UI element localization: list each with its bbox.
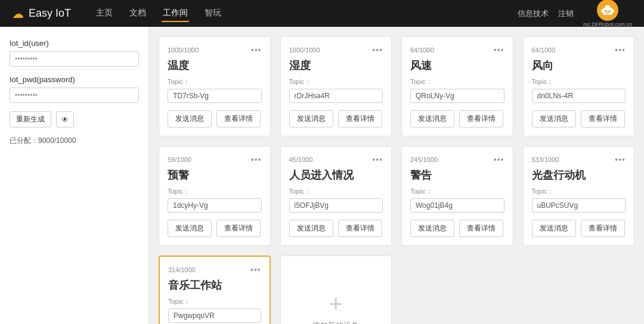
sidebar-actions: 重新生成 👁	[10, 111, 139, 127]
device-card: 64/1000 ••• 风速 Topic： 发送消息 查看详情	[401, 36, 513, 136]
card-actions: 发送消息 查看详情	[410, 110, 504, 127]
df-robot-icon	[597, 0, 618, 21]
card-title: 温度	[168, 58, 262, 73]
card-quota: 1000/1000	[168, 46, 199, 54]
card-topic-input[interactable]	[168, 309, 261, 323]
add-label: 添加新的设备	[312, 320, 359, 325]
card-header: 1000/1000 •••	[289, 45, 383, 55]
card-quota: 533/1000	[532, 156, 559, 163]
send-message-button[interactable]: 发送消息	[289, 110, 333, 127]
card-title: 风速	[410, 58, 504, 73]
iot-pwd-label: Iot_pwd(password)	[10, 75, 139, 84]
add-icon: +	[329, 292, 343, 316]
svg-rect-0	[603, 8, 612, 15]
card-quota: 1000/1000	[289, 46, 320, 54]
eye-button[interactable]: 👁	[56, 111, 74, 127]
card-actions: 发送消息 查看详情	[410, 220, 504, 237]
card-topic-label: Topic：	[168, 187, 262, 196]
card-title: 风向	[532, 58, 626, 73]
send-message-button[interactable]: 发送消息	[168, 110, 212, 127]
sidebar: Iot_id(user) Iot_pwd(password) 重新生成 👁 已分…	[0, 27, 149, 324]
device-card: 45/1000 ••• 人员进入情况 Topic： 发送消息 查看详情	[280, 146, 392, 246]
card-actions: 发送消息 查看详情	[532, 110, 626, 127]
nav-item-文档[interactable]: 文档	[128, 5, 147, 22]
card-header: 245/1000 •••	[410, 155, 504, 164]
df-logo: mc.DFRobot.com.cn	[583, 0, 632, 27]
device-card: 64/1000 ••• 风向 Topic： 发送消息 查看详情	[523, 36, 635, 136]
view-detail-button[interactable]: 查看详情	[216, 110, 261, 127]
card-topic-input[interactable]	[168, 198, 262, 213]
card-more-button[interactable]: •••	[251, 155, 262, 164]
view-detail-button[interactable]: 查看详情	[459, 110, 503, 127]
cards-grid: 1000/1000 ••• 温度 Topic： 发送消息 查看详情 1000/1…	[159, 36, 634, 324]
view-detail-button[interactable]: 查看详情	[216, 220, 261, 237]
card-title: 警告	[410, 168, 504, 182]
card-actions: 发送消息 查看详情	[289, 220, 383, 237]
view-detail-button[interactable]: 查看详情	[338, 220, 382, 237]
card-topic-input[interactable]	[410, 198, 504, 213]
card-quota: 64/1000	[532, 46, 556, 54]
card-topic-input[interactable]	[532, 198, 626, 213]
card-more-button[interactable]: •••	[372, 155, 383, 164]
add-device-card[interactable]: + 添加新的设备	[280, 256, 392, 324]
card-topic-input[interactable]	[168, 89, 262, 103]
send-message-button[interactable]: 发送消息	[289, 220, 333, 237]
card-more-button[interactable]: •••	[250, 265, 261, 275]
nav-item-工作间[interactable]: 工作间	[162, 5, 189, 22]
device-card: 1000/1000 ••• 湿度 Topic： 发送消息 查看详情	[280, 36, 392, 136]
card-actions: 发送消息 查看详情	[168, 220, 262, 237]
view-detail-button[interactable]: 查看详情	[459, 220, 503, 237]
send-message-button[interactable]: 发送消息	[410, 110, 454, 127]
card-title: 湿度	[289, 58, 383, 73]
card-more-button[interactable]: •••	[494, 45, 504, 55]
nav-item-智玩[interactable]: 智玩	[203, 5, 222, 22]
iot-id-label: Iot_id(user)	[10, 39, 139, 48]
card-title: 音乐工作站	[168, 278, 261, 292]
send-message-button[interactable]: 发送消息	[410, 220, 454, 237]
send-message-button[interactable]: 发送消息	[532, 110, 576, 127]
card-more-button[interactable]: •••	[615, 45, 626, 55]
device-card: 59/1000 ••• 预警 Topic： 发送消息 查看详情	[159, 146, 271, 246]
logo-text: Easy IoT	[29, 7, 71, 20]
card-header: 533/1000 •••	[532, 155, 626, 164]
svg-rect-1	[605, 5, 610, 8]
logo: ☁ Easy IoT	[12, 7, 71, 21]
card-quota: 59/1000	[168, 156, 191, 163]
iot-id-input[interactable]	[10, 51, 139, 67]
card-header: 45/1000 •••	[289, 155, 383, 164]
nav-item-主页[interactable]: 主页	[95, 5, 114, 22]
card-actions: 发送消息 查看详情	[532, 220, 626, 237]
info-link[interactable]: 信息技术	[518, 8, 549, 19]
card-topic-label: Topic：	[289, 77, 383, 86]
card-actions: 发送消息 查看详情	[289, 110, 383, 127]
card-topic-input[interactable]	[532, 89, 626, 103]
card-header: 64/1000 •••	[532, 45, 626, 55]
card-header: 64/1000 •••	[410, 45, 504, 55]
card-more-button[interactable]: •••	[615, 155, 626, 164]
device-card: 314/1000 ••• 音乐工作站 Topic： 发送消息 查看详情	[159, 256, 271, 324]
view-detail-button[interactable]: 查看详情	[581, 110, 625, 127]
view-detail-button[interactable]: 查看详情	[338, 110, 382, 127]
card-more-button[interactable]: •••	[372, 45, 383, 55]
card-header: 59/1000 •••	[168, 155, 262, 164]
card-more-button[interactable]: •••	[494, 155, 504, 164]
iot-pwd-input[interactable]	[10, 88, 139, 103]
card-header: 314/1000 •••	[168, 265, 261, 275]
device-card: 1000/1000 ••• 温度 Topic： 发送消息 查看详情	[159, 36, 271, 136]
regen-button[interactable]: 重新生成	[10, 111, 51, 127]
svg-rect-5	[601, 10, 603, 13]
send-message-button[interactable]: 发送消息	[532, 220, 576, 237]
send-message-button[interactable]: 发送消息	[168, 220, 212, 237]
card-topic-input[interactable]	[410, 89, 504, 103]
svg-rect-6	[612, 10, 614, 13]
svg-point-2	[605, 10, 607, 13]
card-topic-label: Topic：	[168, 297, 261, 306]
header-right: 信息技术 注销 mc.DFRobot.com.cn	[518, 0, 632, 27]
card-topic-input[interactable]	[289, 198, 383, 213]
card-topic-label: Topic：	[289, 187, 383, 196]
card-more-button[interactable]: •••	[251, 45, 262, 55]
card-header: 1000/1000 •••	[168, 45, 262, 55]
card-topic-input[interactable]	[289, 89, 383, 103]
logout-link[interactable]: 注销	[558, 8, 574, 19]
view-detail-button[interactable]: 查看详情	[581, 220, 625, 237]
